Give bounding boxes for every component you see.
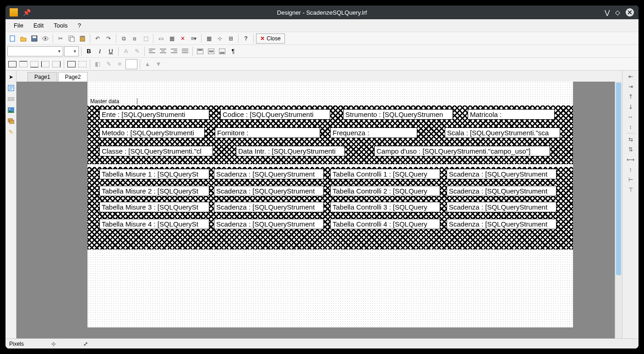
field-metodo[interactable]: Metodo : [SQLQueryStrumenti — [99, 127, 205, 138]
ungroup-icon[interactable]: ⧈ — [130, 33, 140, 44]
send-back-icon[interactable]: ▼ — [153, 59, 164, 69]
select-all-icon[interactable]: ⬚ — [141, 33, 151, 44]
frame-right-icon[interactable] — [51, 59, 61, 69]
align-bottom-edges-icon[interactable]: ⤓ — [626, 103, 635, 111]
vertical-scrollbar[interactable] — [615, 82, 622, 338]
bold-button[interactable]: B — [84, 46, 94, 56]
valign-bottom-icon[interactable] — [217, 46, 227, 56]
tab-page2[interactable]: Page2 — [58, 72, 88, 82]
pin-icon[interactable]: 📌 — [23, 9, 31, 16]
frame-none-icon[interactable] — [77, 59, 87, 69]
new-icon[interactable] — [7, 33, 17, 44]
field-tab-m3[interactable]: Tabella Misure 3 : [SQLQuerySt — [99, 202, 209, 212]
minimize-icon[interactable]: ⋁ — [605, 9, 610, 16]
field-scala[interactable]: Scala : [SQLQueryStrumenti."sca — [445, 127, 560, 138]
field-tab-c3[interactable]: Tabella Controlli 3 : [SQLQuery — [330, 202, 440, 212]
field-fornitore[interactable]: Fornitore : — [215, 127, 320, 138]
preview-icon[interactable] — [40, 33, 50, 44]
frame-outer-icon[interactable] — [66, 59, 76, 69]
undo-icon[interactable]: ↶ — [93, 33, 103, 44]
field-scad-c3[interactable]: Scadenza : [SQLQueryStrument — [447, 202, 557, 212]
align-right-edges-icon[interactable]: ⇥ — [626, 83, 635, 91]
field-tab-c1[interactable]: Tabella Controlli 1 : [SQLQuery — [330, 169, 440, 179]
pointer-tool-icon[interactable]: ➤ — [6, 72, 16, 82]
underline-button[interactable]: U — [106, 46, 116, 56]
text-tool-icon[interactable] — [6, 83, 16, 93]
center-h-icon[interactable]: ⊢ — [626, 176, 635, 184]
tab-page1[interactable]: Page1 — [27, 72, 57, 82]
report-page[interactable]: Master data Ente : [SQLQueryStrumenti Co… — [87, 82, 573, 327]
line-style-icon[interactable]: ≡ — [115, 59, 125, 69]
field-tab-m1[interactable]: Tabella Misure 1 : [SQLQuerySt — [99, 169, 209, 179]
draw-tool-icon[interactable]: ✎ — [6, 127, 16, 137]
same-width-icon[interactable]: ⟷ — [626, 155, 635, 164]
field-campo-uso[interactable]: Campo d'uso : [SQLQueryStrumenti."campo_… — [374, 146, 550, 156]
menu-file[interactable]: File — [9, 20, 28, 31]
field-scad-m3[interactable]: Scadenza : [SQLQueryStrument — [214, 202, 324, 212]
font-size-combo[interactable]: ▼ — [64, 46, 79, 56]
group-icon[interactable]: ⧉ — [119, 33, 129, 44]
frame-top-icon[interactable] — [18, 59, 28, 69]
field-scad-m1[interactable]: Scadenza : [SQLQueryStrument — [214, 169, 324, 179]
text-direction-icon[interactable]: ¶ — [228, 46, 238, 56]
space-v-icon[interactable]: ⇅ — [626, 145, 635, 154]
align-h-center-icon[interactable]: ↔ — [626, 113, 635, 121]
variables-icon[interactable]: ≡▾ — [189, 33, 199, 44]
align-justify-icon[interactable] — [180, 46, 190, 56]
line-width-combo[interactable] — [126, 59, 137, 69]
menu-tools[interactable]: Tools — [49, 20, 72, 31]
font-color-button[interactable]: A — [121, 46, 131, 56]
align-right-icon[interactable] — [169, 46, 179, 56]
valign-top-icon[interactable] — [195, 46, 205, 56]
font-name-combo[interactable]: ▼ — [7, 46, 63, 56]
copy-icon[interactable] — [66, 33, 76, 44]
align-left-edges-icon[interactable]: ⇤ — [626, 72, 635, 81]
grid-icon[interactable]: ▦ — [204, 33, 214, 44]
cut-icon[interactable]: ✂ — [55, 33, 65, 44]
field-scad-c2[interactable]: Scadenza : [SQLQueryStrument — [447, 186, 557, 196]
close-button[interactable]: ✕Close — [256, 33, 285, 44]
subreport-tool-icon[interactable] — [6, 116, 16, 126]
field-strumento[interactable]: Strumento : [SQLQueryStrumen — [343, 109, 453, 120]
field-scad-c4[interactable]: Scadenza : [SQLQueryStrument — [447, 219, 557, 229]
field-scad-c1[interactable]: Scadenza : [SQLQueryStrument — [447, 169, 557, 179]
redo-icon[interactable]: ↷ — [104, 33, 114, 44]
help-icon[interactable]: ? — [241, 33, 251, 44]
align-left-icon[interactable] — [147, 46, 157, 56]
center-v-icon[interactable]: ⊤ — [626, 186, 635, 194]
field-data-intr[interactable]: Data Intr. : [SQLQueryStrumenti — [236, 146, 345, 156]
field-scad-m4[interactable]: Scadenza : [SQLQueryStrument — [214, 219, 324, 229]
field-classe[interactable]: Classe : [SQLQueryStrumenti."cl — [99, 146, 213, 156]
field-matricola[interactable]: Matricola : — [468, 109, 555, 120]
field-tab-m2[interactable]: Tabella Misure 2 : [SQLQuerySt — [99, 186, 209, 196]
page-setup-icon[interactable]: ▭ — [156, 33, 166, 44]
align-top-edges-icon[interactable]: ⤒ — [626, 93, 635, 101]
same-height-icon[interactable]: ↕ — [626, 166, 635, 174]
delete-page-icon[interactable]: ✕ — [178, 33, 188, 44]
band-tool-icon[interactable] — [6, 94, 16, 104]
field-tab-c2[interactable]: Tabella Controlli 2 : [SQLQuery — [330, 186, 440, 196]
image-tool-icon[interactable] — [6, 105, 16, 115]
scroll-thumb[interactable] — [616, 83, 621, 275]
menu-help[interactable]: ? — [73, 20, 86, 31]
paste-icon[interactable] — [77, 33, 87, 44]
save-icon[interactable] — [29, 33, 39, 44]
italic-button[interactable]: I — [95, 46, 105, 56]
maximize-icon[interactable]: ◇ — [615, 9, 620, 16]
master-data-band-bottom[interactable]: Tabella Misure 1 : [SQLQuerySt Scadenza … — [87, 167, 573, 249]
field-codice[interactable]: Codice : [SQLQueryStrumenti — [220, 109, 330, 120]
bring-front-icon[interactable]: ▲ — [142, 59, 153, 69]
field-tab-m4[interactable]: Tabella Misure 4 : [SQLQuerySt — [99, 219, 209, 229]
menu-edit[interactable]: Edit — [29, 20, 48, 31]
align-v-center-icon[interactable]: ↕ — [626, 123, 635, 131]
titlebar[interactable]: 📌 Designer - ScadenzeSQLQuery.lrf ⋁ ◇ ✕ — [5, 6, 639, 19]
field-scad-m2[interactable]: Scadenza : [SQLQueryStrument — [214, 186, 324, 196]
fill-color-icon[interactable]: ◧ — [93, 59, 103, 69]
window-close-icon[interactable]: ✕ — [626, 8, 634, 17]
add-page-icon[interactable]: ▦ — [167, 33, 177, 44]
line-color-icon[interactable]: ✎ — [104, 59, 114, 69]
space-h-icon[interactable]: ⇆ — [626, 135, 635, 144]
frame-all-icon[interactable] — [7, 59, 17, 69]
valign-middle-icon[interactable] — [206, 46, 216, 56]
snap-grid-icon[interactable]: ⊹ — [215, 33, 225, 44]
